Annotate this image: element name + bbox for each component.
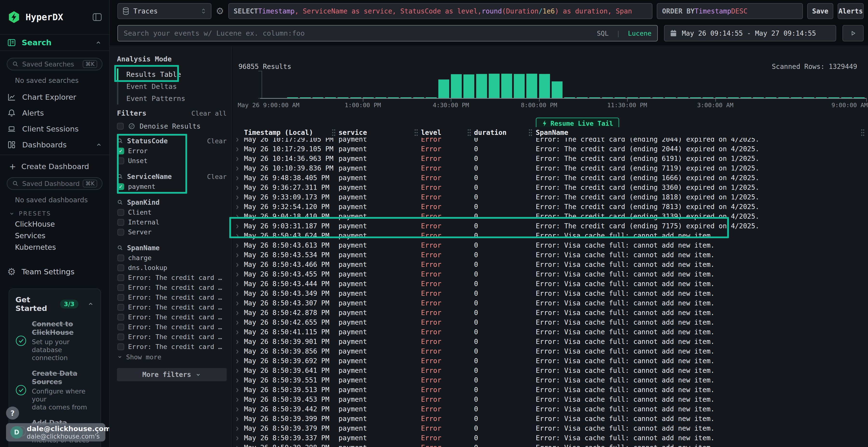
date-range-picker[interactable]: May 26 09:14:55 - May 27 09:14:55 [664,25,836,41]
table-row[interactable]: ›May 26 8:50:39.337 PMpaymentError0Error… [232,433,868,443]
filter-checkbox[interactable] [117,314,124,320]
filter-option[interactable]: Error: The credit card … [117,282,227,293]
search-bar[interactable]: SQL | Lucene [117,25,658,41]
table-row[interactable]: ›May 26 9:04:18.410 PMpaymentError0Error… [232,211,868,221]
chevron-up-icon[interactable] [95,141,102,148]
filter-option[interactable]: Server [117,227,227,237]
filter-checkbox[interactable] [117,254,124,261]
table-row[interactable]: ›May 26 9:32:54.120 PMpaymentError0Error… [232,202,868,211]
filter-option[interactable]: Error: The credit card … [117,312,227,322]
filter-checkbox[interactable] [117,304,124,311]
filter-option[interactable]: dns.lookup [117,263,227,273]
filter-option[interactable]: ✓Error [117,146,227,156]
table-row[interactable]: ›May 26 8:50:42.655 PMpaymentError0Error… [232,317,868,327]
alerts-button[interactable]: Alerts [838,3,864,19]
filter-group-clear-link[interactable]: Clear [207,137,227,145]
filter-option[interactable]: Error: The credit card … [117,342,227,352]
sidebar-item-preset-clickhouse[interactable]: ClickHouse [15,218,102,230]
denoise-checkbox[interactable] [117,123,124,130]
help-button[interactable]: ? [6,407,19,419]
mode-lucene-toggle[interactable]: Lucene [628,30,651,37]
table-row[interactable]: ›May 26 10:17:29.105 PMpaymentError0Erro… [232,138,868,144]
table-row[interactable]: ›May 26 8:50:39.513 PMpaymentError0Error… [232,385,868,394]
sidebar-item-alerts[interactable]: Alerts [7,105,102,121]
filter-checkbox[interactable] [117,158,124,164]
table-row[interactable]: ›May 26 8:50:39.641 PMpaymentError0Error… [232,366,868,375]
chevron-up-icon[interactable] [87,300,94,308]
order-by-input[interactable]: ORDER BY Timestamp DESC [657,3,803,19]
row-expand-chevron-icon[interactable]: › [236,442,244,447]
sidebar-item-client-sessions[interactable]: Client Sessions [7,121,102,137]
mode-sql-toggle[interactable]: SQL [597,30,609,37]
presets-toggle[interactable]: PRESETS [9,209,102,218]
filter-option[interactable]: Unset [117,156,227,166]
filter-option[interactable]: Error: The credit card … [117,273,227,282]
filter-option[interactable]: Error: The credit card … [117,302,227,312]
show-more-link[interactable]: Show more [117,352,227,362]
table-row[interactable]: ›May 26 8:50:43.613 PMpaymentError0Error… [232,240,868,250]
table-row[interactable]: ›May 26 8:50:39.298 PMpaymentError0Error… [232,443,868,447]
search-input[interactable] [124,29,592,37]
table-row[interactable]: ›May 26 9:48:38.405 PMpaymentError0Error… [232,173,868,182]
column-resize-handle[interactable] [414,129,418,137]
table-row[interactable]: ›May 26 10:17:29.105 PMpaymentError0Erro… [232,144,868,153]
table-row[interactable]: ›May 26 9:36:27.311 PMpaymentError0Error… [232,182,868,192]
source-settings-gear-icon[interactable]: ⚙ [216,6,224,16]
table-row[interactable]: ›May 26 10:14:36.963 PMpaymentError0Erro… [232,153,868,163]
sidebar-item-dashboards[interactable]: Dashboards [7,137,102,153]
analysis-mode-event-patterns[interactable]: Event Patterns [117,93,227,105]
table-row[interactable]: ›May 26 8:50:39.856 PMpaymentError0Error… [232,346,868,356]
filter-checkbox[interactable] [117,294,124,301]
filter-option[interactable]: Client [117,207,227,217]
sidebar-item-search[interactable]: Search [0,34,109,51]
table-row[interactable]: ›May 26 8:50:43.444 PMpaymentError0Error… [232,279,868,288]
run-query-button[interactable] [842,25,864,41]
table-row[interactable]: ›May 26 8:50:39.442 PMpaymentError0Error… [232,404,868,414]
column-resize-handle[interactable] [467,129,471,137]
filter-checkbox[interactable] [117,324,124,331]
filter-checkbox[interactable] [117,229,124,236]
save-button[interactable]: Save [807,3,833,19]
create-dashboard-button[interactable]: + Create Dashboard [7,159,102,174]
table-row[interactable]: ›May 26 8:50:43.624 PMpaymentError0Error… [232,231,868,240]
filter-option[interactable]: Error: The credit card … [117,293,227,302]
table-row[interactable]: ›May 26 8:50:39.551 PMpaymentError0Error… [232,375,868,385]
table-row[interactable]: ›May 26 8:50:39.379 PMpaymentError0Error… [232,423,868,433]
column-resize-handle[interactable] [332,129,336,137]
table-row[interactable]: ›May 26 8:50:39.901 PMpaymentError0Error… [232,337,868,346]
table-row[interactable]: ›May 26 8:50:43.466 PMpaymentError0Error… [232,260,868,269]
saved-dashboards-input[interactable]: ⌘K [7,177,102,190]
get-started-item[interactable]: Create Data SourcesConfigure where your … [16,369,94,411]
filter-checkbox[interactable] [117,209,124,216]
saved-searches-input[interactable]: ⌘K [7,58,102,70]
chevron-up-icon[interactable] [95,39,102,46]
user-menu[interactable]: D dale@clickhouse.com dale@clickhouse.co… [6,423,105,442]
table-row[interactable]: ›May 26 9:03:31.187 PMpaymentError0Error… [232,221,868,231]
filter-checkbox[interactable] [117,334,124,340]
sidebar-item-preset-kubernetes[interactable]: Kubernetes [15,241,102,253]
filter-option[interactable]: charge [117,253,227,263]
sidebar-item-preset-services[interactable]: Services [15,230,102,241]
table-row[interactable]: ›May 26 8:50:39.453 PMpaymentError0Error… [232,394,868,404]
filter-checkbox[interactable] [117,274,124,281]
filter-group-clear-link[interactable]: Clear [207,173,227,180]
analysis-mode-results-table[interactable]: Results Table [117,68,227,80]
filter-option[interactable]: ✓payment [117,182,227,192]
sidebar-item-team-settings[interactable]: ⚙ Team Settings [7,265,102,278]
clear-all-filters-link[interactable]: Clear all [191,110,227,117]
table-row[interactable]: ›May 26 8:50:39.692 PMpaymentError0Error… [232,356,868,366]
filter-checkbox[interactable] [117,284,124,291]
more-filters-button[interactable]: More filters [117,368,227,381]
table-row[interactable]: ›May 26 8:50:43.534 PMpaymentError0Error… [232,250,868,260]
filter-checkbox[interactable]: ✓ [117,148,124,154]
column-resize-handle[interactable] [861,129,865,137]
column-resize-handle[interactable] [528,129,533,137]
filter-checkbox[interactable] [117,265,124,271]
filter-option[interactable]: Internal [117,217,227,227]
filter-option[interactable]: Error: The credit card … [117,332,227,342]
results-histogram[interactable]: 12K 0 May 26 9:00:00 AM1:00:00 PM4:30:00… [232,47,868,114]
table-row[interactable]: ›May 26 8:50:43.307 PMpaymentError0Error… [232,298,868,308]
source-select[interactable]: Traces [117,3,212,19]
filter-checkbox[interactable]: ✓ [117,183,124,190]
select-clause-input[interactable]: SELECT Timestamp, ServiceName as service… [228,3,652,19]
